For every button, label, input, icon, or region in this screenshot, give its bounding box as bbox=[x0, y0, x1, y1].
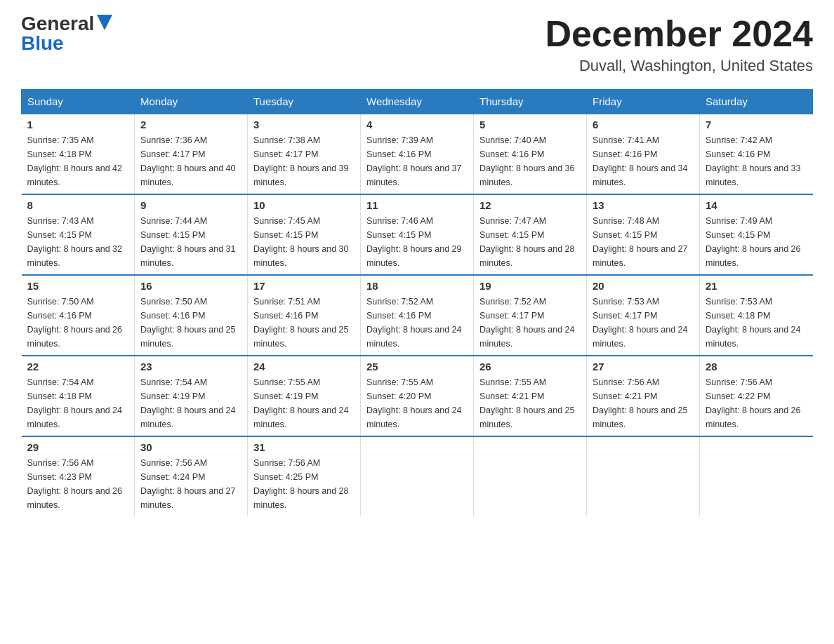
table-row: 20 Sunrise: 7:53 AMSunset: 4:17 PMDaylig… bbox=[587, 275, 700, 356]
day-info: Sunrise: 7:56 AMSunset: 4:24 PMDaylight:… bbox=[140, 458, 236, 510]
table-row: 23 Sunrise: 7:54 AMSunset: 4:19 PMDaylig… bbox=[135, 356, 248, 436]
col-saturday: Saturday bbox=[700, 90, 813, 114]
day-info: Sunrise: 7:39 AMSunset: 4:16 PMDaylight:… bbox=[366, 135, 462, 187]
day-info: Sunrise: 7:38 AMSunset: 4:17 PMDaylight:… bbox=[253, 135, 349, 187]
day-info: Sunrise: 7:55 AMSunset: 4:19 PMDaylight:… bbox=[253, 377, 349, 429]
calendar-header-row: Sunday Monday Tuesday Wednesday Thursday… bbox=[22, 90, 813, 114]
day-info: Sunrise: 7:48 AMSunset: 4:15 PMDaylight:… bbox=[593, 216, 688, 268]
month-title: December 2024 bbox=[545, 14, 813, 54]
table-row: 15 Sunrise: 7:50 AMSunset: 4:16 PMDaylig… bbox=[22, 275, 135, 356]
day-number: 2 bbox=[140, 119, 241, 130]
table-row: 18 Sunrise: 7:52 AMSunset: 4:16 PMDaylig… bbox=[361, 275, 474, 356]
table-row: 30 Sunrise: 7:56 AMSunset: 4:24 PMDaylig… bbox=[135, 436, 248, 516]
calendar-week-row: 8 Sunrise: 7:43 AMSunset: 4:15 PMDayligh… bbox=[22, 194, 813, 275]
table-row: 6 Sunrise: 7:41 AMSunset: 4:16 PMDayligh… bbox=[587, 114, 700, 194]
day-info: Sunrise: 7:42 AMSunset: 4:16 PMDaylight:… bbox=[706, 135, 801, 187]
day-info: Sunrise: 7:53 AMSunset: 4:17 PMDaylight:… bbox=[593, 297, 688, 349]
day-info: Sunrise: 7:56 AMSunset: 4:22 PMDaylight:… bbox=[706, 377, 801, 429]
table-row bbox=[587, 436, 700, 516]
table-row: 28 Sunrise: 7:56 AMSunset: 4:22 PMDaylig… bbox=[700, 356, 813, 436]
day-info: Sunrise: 7:49 AMSunset: 4:15 PMDaylight:… bbox=[706, 216, 801, 268]
table-row: 9 Sunrise: 7:44 AMSunset: 4:15 PMDayligh… bbox=[135, 194, 248, 275]
day-number: 23 bbox=[140, 361, 241, 373]
day-number: 28 bbox=[706, 361, 807, 373]
table-row bbox=[361, 436, 474, 516]
table-row: 1 Sunrise: 7:35 AMSunset: 4:18 PMDayligh… bbox=[22, 114, 135, 194]
day-number: 12 bbox=[479, 199, 581, 211]
day-info: Sunrise: 7:56 AMSunset: 4:21 PMDaylight:… bbox=[593, 377, 688, 429]
day-info: Sunrise: 7:50 AMSunset: 4:16 PMDaylight:… bbox=[140, 297, 236, 349]
day-number: 4 bbox=[366, 119, 468, 130]
table-row: 4 Sunrise: 7:39 AMSunset: 4:16 PMDayligh… bbox=[361, 114, 474, 194]
day-number: 1 bbox=[27, 119, 129, 130]
table-row: 5 Sunrise: 7:40 AMSunset: 4:16 PMDayligh… bbox=[474, 114, 587, 194]
svg-marker-0 bbox=[97, 15, 112, 30]
day-number: 16 bbox=[140, 280, 241, 292]
day-info: Sunrise: 7:51 AMSunset: 4:16 PMDaylight:… bbox=[253, 297, 349, 349]
table-row bbox=[700, 436, 813, 516]
table-row: 24 Sunrise: 7:55 AMSunset: 4:19 PMDaylig… bbox=[248, 356, 361, 436]
day-number: 13 bbox=[593, 199, 694, 211]
day-number: 17 bbox=[253, 280, 355, 292]
day-number: 29 bbox=[27, 441, 129, 453]
table-row: 16 Sunrise: 7:50 AMSunset: 4:16 PMDaylig… bbox=[135, 275, 248, 356]
table-row: 31 Sunrise: 7:56 AMSunset: 4:25 PMDaylig… bbox=[248, 436, 361, 516]
table-row: 13 Sunrise: 7:48 AMSunset: 4:15 PMDaylig… bbox=[587, 194, 700, 275]
day-number: 10 bbox=[253, 199, 355, 211]
day-info: Sunrise: 7:52 AMSunset: 4:17 PMDaylight:… bbox=[479, 297, 575, 349]
day-info: Sunrise: 7:53 AMSunset: 4:18 PMDaylight:… bbox=[706, 297, 801, 349]
calendar-week-row: 1 Sunrise: 7:35 AMSunset: 4:18 PMDayligh… bbox=[22, 114, 813, 194]
logo-general-text: General bbox=[21, 14, 94, 34]
table-row: 3 Sunrise: 7:38 AMSunset: 4:17 PMDayligh… bbox=[248, 114, 361, 194]
day-number: 21 bbox=[706, 280, 807, 292]
calendar-week-row: 22 Sunrise: 7:54 AMSunset: 4:18 PMDaylig… bbox=[22, 356, 813, 436]
table-row: 27 Sunrise: 7:56 AMSunset: 4:21 PMDaylig… bbox=[587, 356, 700, 436]
table-row: 7 Sunrise: 7:42 AMSunset: 4:16 PMDayligh… bbox=[700, 114, 813, 194]
day-number: 7 bbox=[706, 119, 807, 130]
table-row: 14 Sunrise: 7:49 AMSunset: 4:15 PMDaylig… bbox=[700, 194, 813, 275]
day-number: 14 bbox=[706, 199, 807, 211]
day-number: 15 bbox=[27, 280, 129, 292]
calendar-week-row: 29 Sunrise: 7:56 AMSunset: 4:23 PMDaylig… bbox=[22, 436, 813, 516]
day-info: Sunrise: 7:54 AMSunset: 4:18 PMDaylight:… bbox=[27, 377, 123, 429]
day-info: Sunrise: 7:45 AMSunset: 4:15 PMDaylight:… bbox=[253, 216, 349, 268]
day-info: Sunrise: 7:55 AMSunset: 4:21 PMDaylight:… bbox=[479, 377, 575, 429]
logo: General Blue bbox=[21, 14, 112, 53]
day-info: Sunrise: 7:54 AMSunset: 4:19 PMDaylight:… bbox=[140, 377, 236, 429]
day-info: Sunrise: 7:40 AMSunset: 4:16 PMDaylight:… bbox=[479, 135, 575, 187]
table-row: 8 Sunrise: 7:43 AMSunset: 4:15 PMDayligh… bbox=[22, 194, 135, 275]
day-number: 30 bbox=[140, 441, 241, 453]
day-number: 3 bbox=[253, 119, 355, 130]
day-number: 19 bbox=[479, 280, 581, 292]
col-wednesday: Wednesday bbox=[361, 90, 474, 114]
col-tuesday: Tuesday bbox=[248, 90, 361, 114]
table-row: 25 Sunrise: 7:55 AMSunset: 4:20 PMDaylig… bbox=[361, 356, 474, 436]
day-info: Sunrise: 7:44 AMSunset: 4:15 PMDaylight:… bbox=[140, 216, 236, 268]
table-row: 11 Sunrise: 7:46 AMSunset: 4:15 PMDaylig… bbox=[361, 194, 474, 275]
calendar-week-row: 15 Sunrise: 7:50 AMSunset: 4:16 PMDaylig… bbox=[22, 275, 813, 356]
table-row: 29 Sunrise: 7:56 AMSunset: 4:23 PMDaylig… bbox=[22, 436, 135, 516]
day-number: 6 bbox=[593, 119, 694, 130]
day-number: 8 bbox=[27, 199, 129, 211]
day-info: Sunrise: 7:47 AMSunset: 4:15 PMDaylight:… bbox=[479, 216, 575, 268]
day-info: Sunrise: 7:35 AMSunset: 4:18 PMDaylight:… bbox=[27, 135, 123, 187]
day-info: Sunrise: 7:43 AMSunset: 4:15 PMDaylight:… bbox=[27, 216, 123, 268]
col-sunday: Sunday bbox=[22, 90, 135, 114]
col-friday: Friday bbox=[587, 90, 700, 114]
col-thursday: Thursday bbox=[474, 90, 587, 114]
day-info: Sunrise: 7:36 AMSunset: 4:17 PMDaylight:… bbox=[140, 135, 236, 187]
day-number: 18 bbox=[366, 280, 468, 292]
logo-triangle-icon bbox=[97, 15, 112, 30]
table-row: 12 Sunrise: 7:47 AMSunset: 4:15 PMDaylig… bbox=[474, 194, 587, 275]
col-monday: Monday bbox=[135, 90, 248, 114]
page-header: General Blue December 2024 Duvall, Washi… bbox=[21, 14, 813, 75]
day-info: Sunrise: 7:50 AMSunset: 4:16 PMDaylight:… bbox=[27, 297, 123, 349]
day-number: 9 bbox=[140, 199, 241, 211]
table-row: 2 Sunrise: 7:36 AMSunset: 4:17 PMDayligh… bbox=[135, 114, 248, 194]
day-number: 5 bbox=[479, 119, 581, 130]
day-number: 22 bbox=[27, 361, 129, 373]
day-number: 25 bbox=[366, 361, 468, 373]
day-info: Sunrise: 7:41 AMSunset: 4:16 PMDaylight:… bbox=[593, 135, 688, 187]
title-area: December 2024 Duvall, Washington, United… bbox=[545, 14, 813, 75]
table-row: 17 Sunrise: 7:51 AMSunset: 4:16 PMDaylig… bbox=[248, 275, 361, 356]
